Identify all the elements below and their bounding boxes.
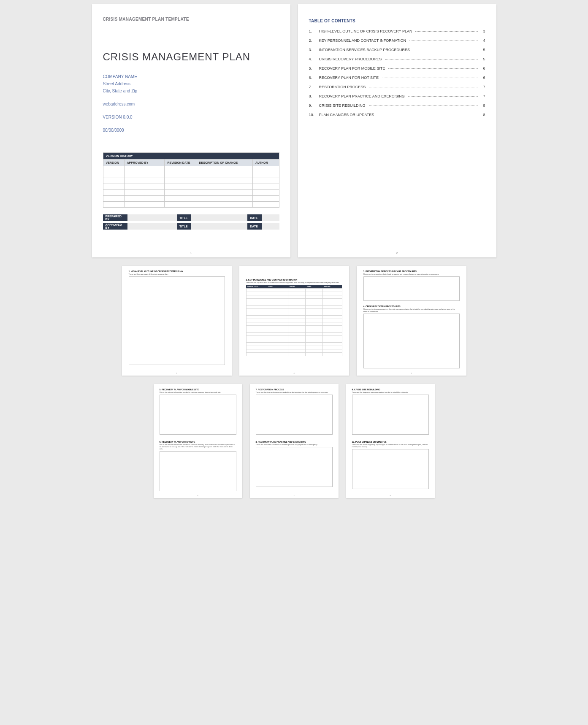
page-6: 5. RECOVERY PLAN FOR MOBILE SITE This is… (154, 384, 242, 498)
toc-page: 6 (481, 76, 485, 80)
table-row (246, 333, 342, 336)
table-row (246, 299, 342, 302)
toc-item: RECOVERY PLAN FOR HOT SITE (319, 76, 379, 80)
section-num: 9. (352, 388, 354, 391)
toc-item: PLAN CHANGES OR UPDATES (319, 113, 374, 117)
page-number: 8 (346, 495, 435, 497)
toc-num: 10. (309, 113, 316, 117)
page-8: 9. CRISIS SITE REBUILDING These are the … (346, 384, 435, 498)
toc-row: 4.CRISIS RECOVERY PROCEDURES5 (309, 57, 485, 61)
title-label-2: TITLE (177, 223, 191, 230)
toc-num: 6. (309, 76, 316, 80)
section-desc: This is the plan to be carried out in or… (256, 444, 333, 446)
table-row (246, 319, 342, 322)
toc-item: INFORMATION SERVICES BACKUP PROCEDURES (319, 48, 410, 52)
date-label-2: DATE (247, 223, 261, 230)
toc-item: RESTORATION PROCESS (319, 85, 366, 89)
section-desc: This is the relevant information needed … (160, 444, 236, 450)
approved-by-field[interactable] (127, 223, 177, 230)
toc-item: HIGH-LEVEL OUTLINE OF CRISIS RECOVERY PL… (319, 29, 412, 33)
page-7: 7. RESTORATION PROCESS These are the ste… (250, 384, 339, 498)
version-history-table: VERSION HISTORY VERSION APPROVED BY REVI… (103, 152, 279, 208)
table-row (246, 302, 342, 306)
toc-list: 1.HIGH-LEVEL OUTLINE OF CRISIS RECOVERY … (309, 29, 485, 117)
table-row (246, 312, 342, 316)
title-label: TITLE (177, 214, 191, 221)
toc-dots (369, 106, 478, 106)
toc-dots (409, 41, 477, 41)
table-row (103, 178, 279, 184)
doc-header: CRISIS MANAGEMENT PLAN TEMPLATE (103, 17, 279, 22)
content-box (256, 447, 333, 487)
section-title: HIGH-LEVEL OUTLINE OF CRISIS RECOVERY PL… (131, 270, 183, 273)
toc-page: 3 (481, 29, 485, 33)
table-row (246, 316, 342, 319)
section-num: 6. (160, 441, 161, 443)
table-row (246, 295, 342, 299)
doc-meta: COMPANY NAME Street Address City, State … (103, 73, 279, 134)
toc-row: 8.RECOVERY PLAN PRACTICE AND EXERCISING7 (309, 94, 485, 98)
prepared-by-label: PREPARED BY (103, 214, 128, 221)
section-title: RECOVERY PLAN FOR MOBILE SITE (162, 388, 199, 391)
toc-dots (369, 87, 477, 87)
section-num: 2. (246, 279, 248, 281)
section-desc: These are the procedures that should be … (363, 273, 460, 275)
personnel-table: NAME & TITLE ROLE PHONE EMAIL MAILING (246, 285, 342, 356)
toc-page: 7 (481, 94, 485, 98)
toc-page: 5 (481, 57, 485, 61)
table-row (103, 166, 279, 172)
section-title: KEY PERSONNEL AND CONTACT INFORMATION (248, 279, 297, 281)
section-title: RECOVERY PLAN FOR HOT SITE (162, 441, 195, 443)
page-number: 1 (92, 251, 290, 255)
section-num: 3. (363, 270, 365, 273)
section-title: CRISIS SITE REBUILDING (354, 388, 380, 391)
table-row (246, 346, 342, 349)
content-box (256, 395, 333, 435)
date-label: DATE (247, 214, 261, 221)
table-row (246, 343, 342, 346)
version-history-banner: VERSION HISTORY (103, 153, 279, 160)
title-field-2[interactable] (191, 223, 247, 230)
toc-page: 4 (481, 38, 485, 43)
city-state-zip: City, State and Zip (103, 87, 279, 95)
section-title: RESTORATION PROCESS (258, 388, 284, 391)
toc-num: 4. (309, 57, 316, 61)
toc-item: KEY PERSONNEL AND CONTACT INFORMATION (319, 38, 406, 43)
page-3: 1. HIGH-LEVEL OUTLINE OF CRISIS RECOVERY… (122, 266, 232, 376)
page-number: 7 (250, 495, 339, 497)
toc-num: 8. (309, 94, 316, 98)
title-field[interactable] (191, 214, 247, 221)
date-field[interactable] (262, 214, 279, 221)
toc-dots (377, 115, 477, 115)
section-title: INFORMATION SERVICES BACKUP PROCEDURES (366, 270, 417, 273)
toc-row: 2.KEY PERSONNEL AND CONTACT INFORMATION4 (309, 38, 485, 43)
toc-num: 1. (309, 29, 316, 33)
toc-dots (382, 78, 477, 78)
table-row (103, 172, 279, 178)
version: VERSION 0.0.0 (103, 114, 279, 121)
prepared-by-field[interactable] (127, 214, 177, 221)
toc-row: 5.RECOVERY PLAN FOR MOBILE SITE6 (309, 66, 485, 70)
content-box (160, 451, 236, 491)
col-email: EMAIL (306, 285, 323, 289)
page-number: 2 (298, 251, 496, 255)
vhist-col-revdate: REVISION DATE (165, 160, 196, 166)
vhist-col-version: VERSION (103, 160, 124, 166)
doc-date: 00/00/0000 (103, 127, 279, 134)
page-number: 5 (357, 372, 466, 374)
col-phone: PHONE (288, 285, 306, 289)
toc-page: 6 (481, 66, 485, 70)
toc-dots (408, 96, 478, 97)
vhist-col-desc: DESCRIPTION OF CHANGE (196, 160, 252, 166)
section-num: 7. (256, 388, 257, 391)
date-field-2[interactable] (262, 223, 279, 230)
toc-dots (388, 68, 477, 69)
table-row (103, 190, 279, 196)
content-box (160, 395, 236, 435)
web-address: webaddress.com (103, 100, 279, 108)
approved-by-label: APPROVED BY (103, 223, 128, 230)
doc-title: CRISIS MANAGEMENT PLAN (103, 51, 279, 63)
section-desc: This is the relevant information needed … (160, 391, 236, 393)
toc-page: 5 (481, 48, 485, 52)
table-row (246, 353, 342, 356)
